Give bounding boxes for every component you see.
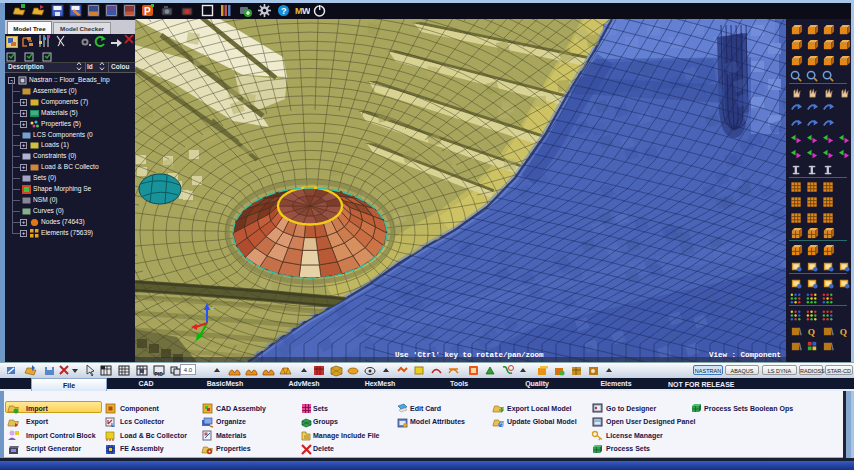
svg-text:View : Component: View : Component (709, 351, 781, 359)
svg-text:W: W (302, 6, 310, 16)
svg-text:Q: Q (808, 327, 815, 337)
svg-text:PID: PID (155, 371, 164, 377)
svg-text:Q: Q (840, 327, 847, 337)
svg-text:Use 'Ctrl' key to rotate/pan/z: Use 'Ctrl' key to rotate/pan/zoom (395, 351, 544, 359)
svg-text:P: P (144, 6, 151, 17)
svg-text:?: ? (281, 6, 287, 16)
svg-text:z: z (211, 305, 215, 312)
svg-text:L: L (111, 422, 115, 428)
